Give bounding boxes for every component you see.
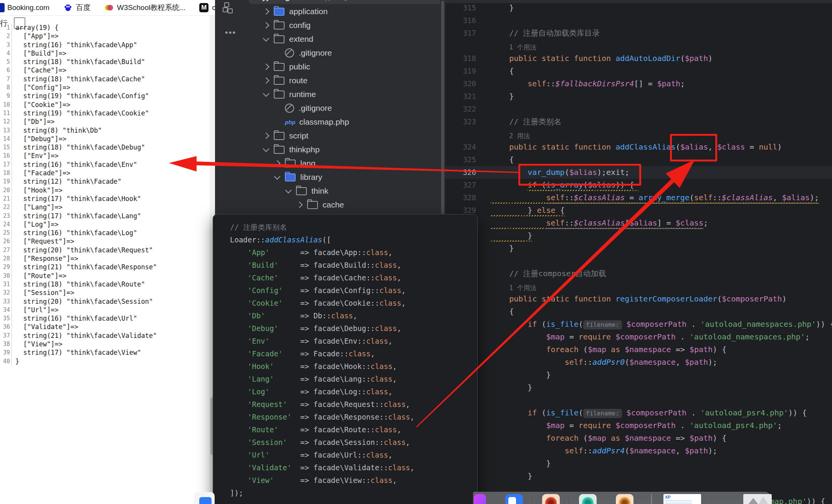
code-line-342: } <box>491 381 532 394</box>
popup-code-line: 'Hook' => facade\Hook::class, <box>230 360 415 373</box>
tree-item-classmapphp[interactable]: phpclassmap.php <box>275 115 349 129</box>
more-tools-icon[interactable]: ••• <box>225 28 236 38</box>
source-line: 16 ["Env"]=> <box>0 152 215 160</box>
tree-item-lang[interactable]: lang <box>275 156 316 170</box>
tree-scrollbar-thumb[interactable] <box>441 1 444 214</box>
source-line: 26 ["Request"]=> <box>0 237 215 245</box>
bookmark-item[interactable]: 百度 <box>63 3 91 13</box>
code-editor[interactable]: 3153163173183193203213223233243253263273… <box>445 0 832 504</box>
line-number: 328 <box>445 191 476 204</box>
tree-item-library[interactable]: library <box>275 170 322 184</box>
taskbar-window-icon[interactable] <box>194 492 215 504</box>
source-line: 32 ["Session"]=> <box>0 288 215 297</box>
source-line: 39 string(17) "think\facade\View" <box>0 348 215 357</box>
tree-item-extend[interactable]: extend <box>264 32 313 46</box>
bookmark-item[interactable]: Mcsgo开箱 <box>199 3 215 13</box>
orange-dot-app-icon[interactable] <box>616 494 634 504</box>
chevron-right-icon[interactable] <box>263 8 270 15</box>
baidu-icon <box>63 3 73 12</box>
code-line-338: $map = require $composerPath . 'autoload… <box>491 331 810 343</box>
code-line-325: { <box>491 153 514 166</box>
tree-item-label: cache <box>323 200 344 209</box>
popup-code-line: ]); <box>230 487 415 499</box>
warning-squiggle <box>528 190 638 191</box>
code-line-332: } <box>491 242 514 255</box>
teal-dot-app-icon[interactable] <box>579 494 597 504</box>
chevron-down-icon[interactable] <box>263 146 270 152</box>
line-number: 319 <box>445 65 476 77</box>
source-line: 20 ["Hook"]=> <box>0 186 215 194</box>
tree-item-gitignore[interactable]: .gitignore <box>275 101 332 115</box>
folder-icon <box>274 8 285 16</box>
line-number: 323 <box>445 115 476 128</box>
tree-item-application[interactable]: application <box>264 5 328 18</box>
chevron-right-icon[interactable] <box>263 77 270 84</box>
popup-code-line: 'Request' => facade\Request::class, <box>230 398 415 411</box>
taskbar-separator[interactable] <box>651 494 652 504</box>
chevron-down-icon[interactable] <box>263 35 270 42</box>
tree-item-public[interactable]: public <box>264 60 310 74</box>
popup-code-line: 'Response' => facade\Response::class, <box>230 411 415 423</box>
warning-squiggle <box>491 215 565 216</box>
chevron-right-icon[interactable] <box>274 160 281 167</box>
code-line-334: // 注册composer自动加载 <box>491 267 606 280</box>
source-line: 21 string(17) "think\facade\Hook" <box>0 194 215 203</box>
tree-item-label: lang <box>300 159 316 168</box>
bookmark-item[interactable]: W3School教程系统... <box>104 3 185 13</box>
webpage-thumbnail-icon[interactable]: XP <box>663 494 701 504</box>
tree-item-runtime[interactable]: runtime <box>264 87 316 101</box>
booking-icon <box>0 3 5 12</box>
tree-item-label: config <box>289 21 311 30</box>
php-file-icon: php <box>285 119 296 125</box>
statement-underline <box>546 203 819 204</box>
popup-code-line: 'Env' => facade\Env::class, <box>230 335 415 348</box>
code-line-341: } <box>491 369 551 381</box>
bookmark-item[interactable]: Booking.com <box>0 3 50 12</box>
tree-item-thinkphp[interactable]: thinkphp <box>264 143 319 156</box>
project-root-item[interactable]: myjicangtest D:\myjicangtest <box>249 0 440 4</box>
tree-item-think[interactable]: think <box>286 184 328 198</box>
bookmark-label: W3School教程系统... <box>117 3 185 13</box>
source-line: 4 ["Build"]=> <box>0 49 215 58</box>
source-line: 10 ["Cookie"]=> <box>0 100 215 109</box>
code-line-319: { <box>491 65 514 77</box>
chevron-down-icon[interactable] <box>263 91 270 97</box>
tree-item-config[interactable]: config <box>264 18 311 32</box>
project-root-name: myjicangtest <box>255 0 304 2</box>
folder-icon <box>274 146 285 154</box>
source-line: 30 ["Route"]=> <box>0 272 215 280</box>
popup-code-line: 'Db' => Db::class, <box>230 310 415 322</box>
folder-icon <box>307 201 318 209</box>
tree-item-script[interactable]: script <box>264 129 308 143</box>
source-line: 7 string(18) "think\facade\Cache" <box>0 75 215 83</box>
source-line: 9 string(19) "think\facade\Config" <box>0 92 215 100</box>
bookmark-label: Booking.com <box>7 3 50 12</box>
tree-item-label: runtime <box>289 90 316 99</box>
line-number: 317 <box>445 27 476 40</box>
tree-item-cache[interactable]: cache <box>297 198 344 212</box>
taskbar: XP <box>473 492 771 504</box>
tree-item-gitignore[interactable]: .gitignore <box>275 46 332 60</box>
line-number: 321 <box>445 90 476 103</box>
folder-icon <box>296 187 307 195</box>
popup-code-line: 'View' => facade\View::class, <box>230 474 415 487</box>
m-icon: M <box>199 3 208 12</box>
project-root-path: D:\myjicangtest <box>309 0 359 1</box>
chevron-down-icon[interactable] <box>274 173 281 180</box>
code-line-345: $map = require $composerPath . 'autoload… <box>491 419 782 432</box>
chevron-right-icon[interactable] <box>263 64 270 70</box>
chevron-right-icon[interactable] <box>296 202 303 208</box>
gradient-app-icon[interactable] <box>474 494 486 504</box>
chevron-right-icon[interactable] <box>263 133 270 139</box>
chevron-down-icon[interactable] <box>285 187 292 194</box>
code-line-344: if (is_file(filename: $composerPath . 'a… <box>491 407 807 419</box>
tree-item-route[interactable]: route <box>264 74 308 87</box>
notes-app-icon[interactable] <box>505 494 523 504</box>
red-dot-app-icon[interactable] <box>542 494 560 504</box>
source-line: 11 string(19) "think\facade\Cookie" <box>0 109 215 117</box>
chevron-right-icon[interactable] <box>263 22 270 29</box>
ignored-file-icon <box>285 48 294 58</box>
popup-code-line: 'Lang' => facade\Lang::class, <box>230 373 415 385</box>
image-thumbnail-icon[interactable] <box>743 494 772 504</box>
source-line: 28 ["Response"]=> <box>0 254 215 263</box>
